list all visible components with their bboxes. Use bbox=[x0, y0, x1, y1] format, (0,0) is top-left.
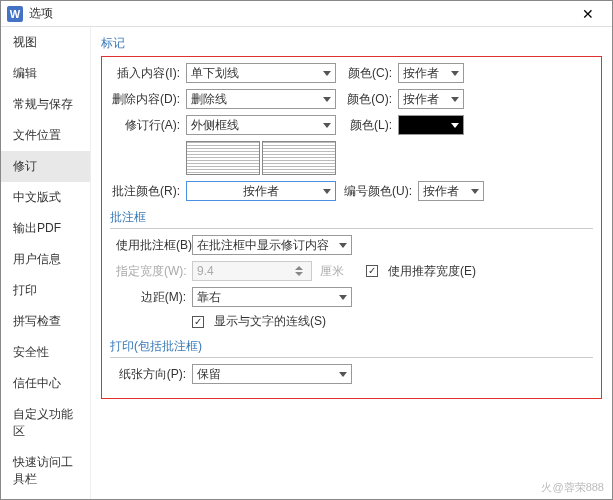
insert-color-value: 按作者 bbox=[403, 65, 439, 82]
sidebar-item-spellcheck[interactable]: 拼写检查 bbox=[1, 306, 90, 337]
delete-color-select[interactable]: 按作者 bbox=[398, 89, 464, 109]
revline-select[interactable]: 外侧框线 bbox=[186, 115, 336, 135]
insert-color-select[interactable]: 按作者 bbox=[398, 63, 464, 83]
chevron-down-icon bbox=[339, 243, 347, 248]
watermark: 火@蓉荣888 bbox=[541, 480, 604, 495]
chevron-down-icon bbox=[451, 71, 459, 76]
delete-label: 删除内容(D): bbox=[110, 91, 180, 108]
margin-label: 边距(M): bbox=[116, 289, 186, 306]
numcolor-label: 编号颜色(U): bbox=[342, 183, 412, 200]
connect-checkbox[interactable] bbox=[192, 316, 204, 328]
chevron-down-icon bbox=[323, 189, 331, 194]
sidebar-item-user-info[interactable]: 用户信息 bbox=[1, 244, 90, 275]
use-balloon-value: 在批注框中显示修订内容 bbox=[197, 237, 329, 254]
chevron-down-icon bbox=[323, 97, 331, 102]
content-pane: 标记 插入内容(I): 单下划线 颜色(C): 按作者 删除内容(D): 删除线… bbox=[91, 27, 612, 499]
connect-label: 显示与文字的连线(S) bbox=[214, 313, 326, 330]
sidebar-item-view[interactable]: 视图 bbox=[1, 27, 90, 58]
sidebar-item-chinese-layout[interactable]: 中文版式 bbox=[1, 182, 90, 213]
delete-color-value: 按作者 bbox=[403, 91, 439, 108]
print-title: 打印(包括批注框) bbox=[110, 338, 593, 355]
use-balloon-label: 使用批注框(B): bbox=[116, 237, 186, 254]
width-unit: 厘米 bbox=[320, 263, 344, 280]
sidebar-item-customize-ribbon[interactable]: 自定义功能区 bbox=[1, 399, 90, 447]
sidebar-item-print[interactable]: 打印 bbox=[1, 275, 90, 306]
preview-right bbox=[262, 141, 336, 175]
delete-value: 删除线 bbox=[191, 91, 227, 108]
app-icon: W bbox=[7, 6, 23, 22]
insert-label: 插入内容(I): bbox=[110, 65, 180, 82]
insert-value: 单下划线 bbox=[191, 65, 239, 82]
width-label: 指定宽度(W): bbox=[116, 263, 186, 280]
sidebar: 视图 编辑 常规与保存 文件位置 修订 中文版式 输出PDF 用户信息 打印 拼… bbox=[1, 27, 91, 499]
revcolor-value: 按作者 bbox=[243, 183, 279, 200]
close-button[interactable]: ✕ bbox=[570, 3, 606, 25]
orient-select[interactable]: 保留 bbox=[192, 364, 352, 384]
sidebar-item-revision[interactable]: 修订 bbox=[1, 151, 90, 182]
rec-width-label: 使用推荐宽度(E) bbox=[388, 263, 476, 280]
sidebar-item-general-save[interactable]: 常规与保存 bbox=[1, 89, 90, 120]
insert-select[interactable]: 单下划线 bbox=[186, 63, 336, 83]
preview-box bbox=[186, 141, 336, 175]
insert-color-label: 颜色(C): bbox=[342, 65, 392, 82]
chevron-down-icon bbox=[451, 123, 459, 128]
spinner-icon[interactable] bbox=[295, 266, 307, 276]
highlight-box: 插入内容(I): 单下划线 颜色(C): 按作者 删除内容(D): 删除线 颜色… bbox=[101, 56, 602, 399]
sidebar-item-trust-center[interactable]: 信任中心 bbox=[1, 368, 90, 399]
balloon-title: 批注框 bbox=[110, 209, 593, 226]
revline-color-label: 颜色(L): bbox=[342, 117, 392, 134]
chevron-down-icon bbox=[471, 189, 479, 194]
options-dialog: W 选项 ✕ 视图 编辑 常规与保存 文件位置 修订 中文版式 输出PDF 用户… bbox=[0, 0, 613, 500]
margin-value: 靠右 bbox=[197, 289, 221, 306]
revline-value: 外侧框线 bbox=[191, 117, 239, 134]
revline-color-select[interactable] bbox=[398, 115, 464, 135]
margin-select[interactable]: 靠右 bbox=[192, 287, 352, 307]
revline-label: 修订行(A): bbox=[110, 117, 180, 134]
use-balloon-select[interactable]: 在批注框中显示修订内容 bbox=[192, 235, 352, 255]
revcolor-label: 批注颜色(R): bbox=[110, 183, 180, 200]
sidebar-item-edit[interactable]: 编辑 bbox=[1, 58, 90, 89]
rec-width-checkbox[interactable] bbox=[366, 265, 378, 277]
sidebar-item-file-location[interactable]: 文件位置 bbox=[1, 120, 90, 151]
sidebar-item-security[interactable]: 安全性 bbox=[1, 337, 90, 368]
orient-value: 保留 bbox=[197, 366, 221, 383]
orient-label: 纸张方向(P): bbox=[116, 366, 186, 383]
chevron-down-icon bbox=[339, 372, 347, 377]
revcolor-select[interactable]: 按作者 bbox=[186, 181, 336, 201]
sidebar-item-output-pdf[interactable]: 输出PDF bbox=[1, 213, 90, 244]
width-value: 9.4 bbox=[197, 264, 214, 278]
width-input[interactable]: 9.4 bbox=[192, 261, 312, 281]
numcolor-select[interactable]: 按作者 bbox=[418, 181, 484, 201]
delete-select[interactable]: 删除线 bbox=[186, 89, 336, 109]
chevron-down-icon bbox=[339, 295, 347, 300]
section-marks-title: 标记 bbox=[101, 35, 602, 52]
titlebar: W 选项 ✕ bbox=[1, 1, 612, 27]
preview-left bbox=[186, 141, 260, 175]
delete-color-label: 颜色(O): bbox=[342, 91, 392, 108]
chevron-down-icon bbox=[323, 71, 331, 76]
window-title: 选项 bbox=[29, 5, 53, 22]
chevron-down-icon bbox=[451, 97, 459, 102]
numcolor-value: 按作者 bbox=[423, 183, 459, 200]
chevron-down-icon bbox=[323, 123, 331, 128]
sidebar-item-quick-access[interactable]: 快速访问工具栏 bbox=[1, 447, 90, 495]
